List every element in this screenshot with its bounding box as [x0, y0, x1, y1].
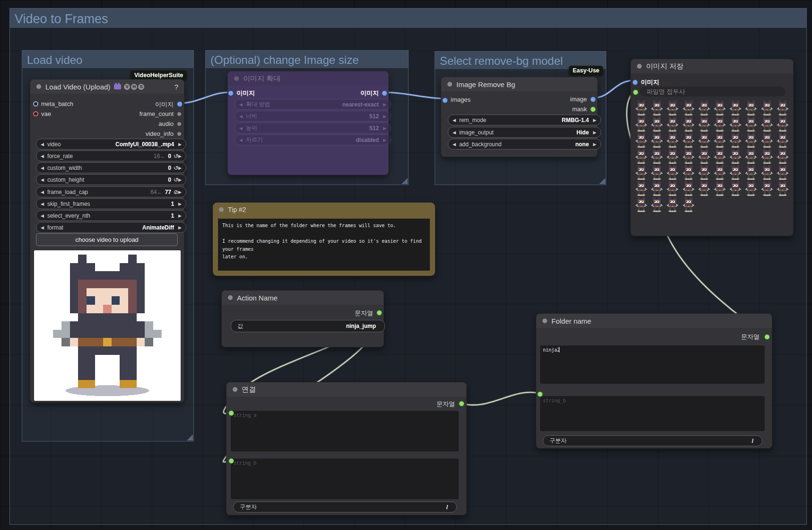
ninja-character-image	[51, 255, 164, 397]
output-dot-string[interactable]	[764, 334, 770, 340]
node-load-video[interactable]: Load Video (Upload) V H S ? meta_batch v…	[30, 79, 184, 403]
output-video-info: video_info	[146, 130, 174, 137]
frame-thumbnail	[698, 116, 710, 132]
choose-video-button[interactable]: choose video to upload	[36, 233, 178, 246]
input-dot-image[interactable]	[228, 90, 234, 96]
node-load-video-titlebar[interactable]: Load Video (Upload) V H S ?	[30, 80, 184, 94]
video-preview-image[interactable]	[34, 250, 181, 401]
node-folder-name-titlebar[interactable]: Folder name	[536, 314, 772, 328]
node-save-image-titlebar[interactable]: 이미지 저장	[631, 59, 793, 73]
widget-rem-mode[interactable]: ◀rem_modeRMBG-1.4▶	[448, 115, 601, 125]
node-load-video-title: Load Video (Upload)	[45, 83, 110, 91]
collapse-dot[interactable]	[542, 318, 547, 323]
widget-video[interactable]: ◀videoComfyUI_00038_.mp4▶	[36, 139, 186, 150]
input-dot-images[interactable]	[442, 97, 448, 103]
node-folder-name[interactable]: Folder name 문자열 ninja2 구분자/	[536, 313, 772, 449]
widget-frame-load-cap[interactable]: ◀frame_load_cap64←77⊘▶	[36, 186, 186, 197]
widget-label: skip_first_frames	[47, 201, 90, 207]
widget-add-background[interactable]: ◀add_backgroundnone▶	[448, 139, 601, 150]
vhs-letter-v: V	[124, 84, 130, 90]
note-text[interactable]: This is the name of the folder where the…	[218, 219, 430, 271]
output-dot-image[interactable]	[590, 97, 596, 102]
widget-upscale-crop[interactable]: ◀자르기disabled▶	[235, 134, 391, 145]
collapse-dot[interactable]	[233, 387, 237, 392]
disable-icon[interactable]: ⊘	[174, 189, 178, 195]
input-dot-meta-batch[interactable]	[33, 101, 38, 106]
filename-prefix-field[interactable]: 파일명 접두사	[640, 87, 786, 97]
collapse-dot[interactable]	[234, 76, 239, 81]
string-b-textarea[interactable]	[540, 396, 765, 431]
widget-delimiter[interactable]: 구분자/	[233, 502, 457, 512]
node-remove-bg-titlebar[interactable]: Image Remove Bg	[441, 77, 597, 91]
group-resize-handle[interactable]	[402, 178, 408, 184]
widget-skip-first-frames[interactable]: ◀skip_first_frames1▶	[36, 198, 186, 209]
widget-delimiter[interactable]: 구분자/	[543, 435, 762, 446]
input-dot-vae[interactable]	[33, 111, 38, 116]
node-concat-titlebar[interactable]: 연결	[227, 382, 466, 397]
frame-thumbnail	[761, 132, 773, 148]
reset-icon[interactable]: ↺	[174, 177, 178, 183]
input-dot-string-b[interactable]	[228, 458, 234, 464]
collapse-dot[interactable]	[228, 295, 233, 300]
input-dot-filename-prefix[interactable]	[633, 89, 638, 95]
group-resize-handle[interactable]	[187, 434, 193, 441]
arrow-right-icon: ▶	[178, 142, 182, 147]
node-tip-note[interactable]: Tip #2 This is the name of the folder wh…	[213, 203, 435, 276]
widget-image-output[interactable]: ◀image_outputHide▶	[448, 127, 601, 138]
node-upscale-title: 이미지 확대	[243, 74, 280, 83]
arrow-left-icon: ◀	[41, 166, 44, 170]
output-dot-image[interactable]	[177, 101, 183, 107]
widget-upscale-method[interactable]: ◀확대 방법nearest-exact▶	[235, 99, 391, 110]
node-save-image[interactable]: 이미지 저장 이미지 파일명 접두사	[630, 59, 794, 236]
collapse-dot[interactable]	[447, 82, 452, 87]
frame-thumbnail	[745, 100, 757, 115]
collapse-dot[interactable]	[637, 64, 642, 69]
widget-label: 구분자	[550, 437, 567, 445]
frame-thumbnail	[682, 116, 695, 132]
output-dot-frame-count[interactable]	[177, 112, 182, 116]
widget-custom-width[interactable]: ◀custom_width0↺▶	[36, 162, 186, 173]
output-dot-string[interactable]	[376, 310, 382, 316]
node-action-name-titlebar[interactable]: Action Name	[222, 291, 384, 305]
string-a-textarea[interactable]: ninja2	[540, 345, 765, 384]
string-a-textarea[interactable]	[231, 411, 459, 451]
output-dot-string[interactable]	[459, 401, 464, 406]
arrow-right-icon: ▶	[178, 225, 182, 230]
widget-label: 너비	[246, 112, 257, 120]
input-dot-string-b[interactable]	[537, 391, 543, 397]
widget-upscale-height[interactable]: ◀높이512▶	[235, 123, 391, 133]
group-resize-handle[interactable]	[599, 178, 605, 184]
node-action-name[interactable]: Action Name 문자열 값ninja_jump	[221, 290, 384, 347]
arrow-right-icon: ▶	[593, 130, 596, 135]
node-upscale-titlebar[interactable]: 이미지 확대	[228, 71, 388, 86]
input-dot-string-a[interactable]	[228, 410, 234, 416]
widget-format[interactable]: ◀formatAnimateDiff▶	[36, 222, 186, 233]
widget-force-rate[interactable]: ◀force_rate16←0↺▶	[36, 150, 186, 161]
output-dot-mask[interactable]	[590, 106, 596, 112]
reset-icon[interactable]: ↺	[174, 153, 178, 159]
widget-value[interactable]: 값ninja_jump	[231, 320, 385, 332]
reset-icon[interactable]: ↺	[174, 165, 178, 171]
string-b-textarea[interactable]	[231, 459, 459, 499]
note-titlebar[interactable]: Tip #2	[213, 203, 435, 217]
group-video-to-frames-header[interactable]: Video to Frames	[10, 9, 806, 28]
collapse-dot[interactable]	[36, 84, 41, 89]
output-dot-image[interactable]	[382, 90, 387, 96]
collapse-dot[interactable]	[219, 207, 224, 212]
output-dot-video-info[interactable]	[177, 132, 182, 136]
node-graph-canvas[interactable]: Video to Frames Load video (Optional) ch…	[0, 0, 812, 530]
node-concat[interactable]: 연결 문자열 구분자/	[226, 382, 467, 515]
arrow-left-icon: ◀	[41, 202, 44, 206]
widget-upscale-width[interactable]: ◀너비512▶	[235, 111, 391, 122]
widget-custom-height[interactable]: ◀custom_height0↺▶	[36, 174, 186, 185]
node-image-remove-bg[interactable]: Image Remove Bg images image mask ◀rem_m…	[441, 77, 598, 157]
output-dot-audio[interactable]	[177, 122, 182, 126]
help-icon[interactable]: ?	[175, 83, 178, 91]
node-upscale-image[interactable]: 이미지 확대 이미지 이미지 ◀확대 방법nearest-exact▶ ◀너비5…	[227, 71, 389, 175]
frame-thumbnail	[666, 197, 679, 212]
frame-thumbnail	[698, 181, 710, 196]
arrow-left-icon: ◀	[239, 114, 243, 119]
input-dot-image[interactable]	[632, 80, 638, 85]
widget-select-every-nth[interactable]: ◀select_every_nth1▶	[36, 210, 186, 221]
widget-label: custom_height	[47, 177, 84, 183]
